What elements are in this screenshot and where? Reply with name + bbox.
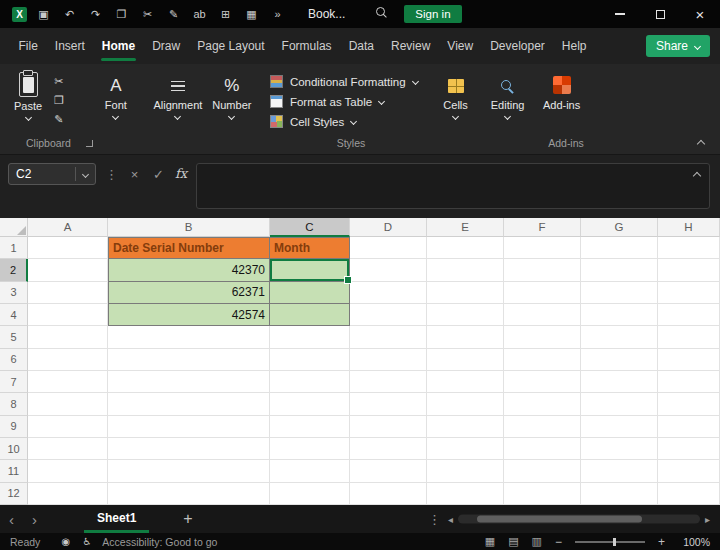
menu-file[interactable]: File xyxy=(10,28,46,64)
cell-styles-button[interactable]: Cell Styles xyxy=(270,115,418,128)
cell-A1[interactable] xyxy=(28,237,108,259)
accessibility-icon[interactable]: ♿ xyxy=(80,536,93,547)
cell-E11[interactable] xyxy=(427,460,504,482)
cell-G11[interactable] xyxy=(581,460,658,482)
zoom-slider[interactable] xyxy=(575,541,645,543)
row-header-1[interactable]: 1 xyxy=(0,237,28,259)
clipboard-dialog-launcher-icon[interactable] xyxy=(86,140,93,147)
accessibility-status[interactable]: Accessibility: Good to go xyxy=(102,536,217,548)
menu-review[interactable]: Review xyxy=(382,28,438,64)
underline-icon[interactable]: ab xyxy=(193,8,206,20)
cell-E10[interactable] xyxy=(427,438,504,460)
cell-G4[interactable] xyxy=(581,304,658,326)
cell-G5[interactable] xyxy=(581,326,658,348)
formula-input[interactable] xyxy=(196,163,710,209)
enter-icon[interactable]: ✓ xyxy=(151,167,166,182)
sign-in-button[interactable]: Sign in xyxy=(404,5,461,23)
cell-B9[interactable] xyxy=(108,416,270,438)
cell-C12[interactable] xyxy=(270,483,350,505)
page-break-view-icon[interactable]: ▥ xyxy=(532,535,542,548)
row-header-10[interactable]: 10 xyxy=(0,438,28,460)
cell-A7[interactable] xyxy=(28,371,108,393)
column-header-E[interactable]: E xyxy=(427,218,504,237)
cell-H1[interactable] xyxy=(658,237,720,259)
cell-B12[interactable] xyxy=(108,483,270,505)
cell-D2[interactable] xyxy=(350,259,427,281)
cell-A10[interactable] xyxy=(28,438,108,460)
menu-home[interactable]: Home xyxy=(93,28,143,64)
cell-B3[interactable]: 62371 xyxy=(108,282,270,304)
cell-F2[interactable] xyxy=(504,259,581,281)
cell-D8[interactable] xyxy=(350,393,427,415)
column-header-H[interactable]: H xyxy=(658,218,720,237)
zoom-slider-thumb[interactable] xyxy=(613,538,616,546)
cell-B11[interactable] xyxy=(108,460,270,482)
cell-D10[interactable] xyxy=(350,438,427,460)
cell-H8[interactable] xyxy=(658,393,720,415)
scroll-left-icon[interactable]: ◂ xyxy=(448,514,453,525)
cell-A6[interactable] xyxy=(28,349,108,371)
menu-developer[interactable]: Developer xyxy=(482,28,554,64)
cell-A4[interactable] xyxy=(28,304,108,326)
cell-D9[interactable] xyxy=(350,416,427,438)
cell-B4[interactable]: 42574 xyxy=(108,304,270,326)
minimize-button[interactable] xyxy=(600,0,640,28)
conditional-formatting-button[interactable]: Conditional Formatting xyxy=(270,75,418,88)
cell-F8[interactable] xyxy=(504,393,581,415)
cell-E9[interactable] xyxy=(427,416,504,438)
row-header-5[interactable]: 5 xyxy=(0,326,28,348)
camera-icon[interactable]: ▦ xyxy=(245,8,258,21)
cell-A12[interactable] xyxy=(28,483,108,505)
cell-F5[interactable] xyxy=(504,326,581,348)
cell-B1[interactable]: Date Serial Number xyxy=(108,237,270,259)
font-group-button[interactable]: A Font xyxy=(90,72,142,119)
cell-D1[interactable] xyxy=(350,237,427,259)
name-box[interactable]: C2 xyxy=(8,163,96,185)
menu-draw[interactable]: Draw xyxy=(144,28,189,64)
row-header-12[interactable]: 12 xyxy=(0,483,28,505)
sheet-tab-sheet1[interactable]: Sheet1 xyxy=(84,505,149,533)
select-all-corner[interactable] xyxy=(0,218,28,237)
cell-B2[interactable]: 42370 xyxy=(108,259,270,281)
undo-icon[interactable]: ↶ xyxy=(63,8,76,21)
cell-E7[interactable] xyxy=(427,371,504,393)
cell-D4[interactable] xyxy=(350,304,427,326)
column-header-C[interactable]: C xyxy=(270,218,350,237)
borders-icon[interactable]: ⊞ xyxy=(219,8,232,21)
number-group-button[interactable]: % Number xyxy=(206,72,258,119)
insert-function-icon[interactable]: fx xyxy=(175,166,187,181)
cell-B8[interactable] xyxy=(108,393,270,415)
cell-E5[interactable] xyxy=(427,326,504,348)
cells-group-button[interactable]: Cells xyxy=(430,72,482,119)
format-painter-icon[interactable]: ✎ xyxy=(54,113,63,126)
cell-F4[interactable] xyxy=(504,304,581,326)
cell-H5[interactable] xyxy=(658,326,720,348)
cell-E8[interactable] xyxy=(427,393,504,415)
paste-icon[interactable]: ❐ xyxy=(115,8,128,21)
cut-icon[interactable]: ✂ xyxy=(54,75,63,88)
column-header-D[interactable]: D xyxy=(350,218,427,237)
cell-E1[interactable] xyxy=(427,237,504,259)
cell-C4[interactable] xyxy=(270,304,350,326)
copy-icon[interactable]: ❐ xyxy=(54,94,64,107)
column-header-G[interactable]: G xyxy=(581,218,658,237)
cell-H11[interactable] xyxy=(658,460,720,482)
cell-A9[interactable] xyxy=(28,416,108,438)
more-commands-icon[interactable]: » xyxy=(271,8,284,20)
add-sheet-button[interactable]: + xyxy=(183,510,192,528)
scrollbar-track[interactable] xyxy=(458,515,700,524)
next-sheet-icon[interactable]: › xyxy=(23,511,46,528)
cell-G7[interactable] xyxy=(581,371,658,393)
cell-H6[interactable] xyxy=(658,349,720,371)
add-ins-button[interactable]: Add-ins xyxy=(536,72,588,111)
cell-A11[interactable] xyxy=(28,460,108,482)
save-icon[interactable]: ▣ xyxy=(37,8,50,21)
cell-E6[interactable] xyxy=(427,349,504,371)
cell-E3[interactable] xyxy=(427,282,504,304)
cell-D6[interactable] xyxy=(350,349,427,371)
cut-icon[interactable]: ✂ xyxy=(141,8,154,21)
zoom-in-button[interactable]: + xyxy=(658,535,665,549)
cell-C9[interactable] xyxy=(270,416,350,438)
cell-D11[interactable] xyxy=(350,460,427,482)
cell-E4[interactable] xyxy=(427,304,504,326)
